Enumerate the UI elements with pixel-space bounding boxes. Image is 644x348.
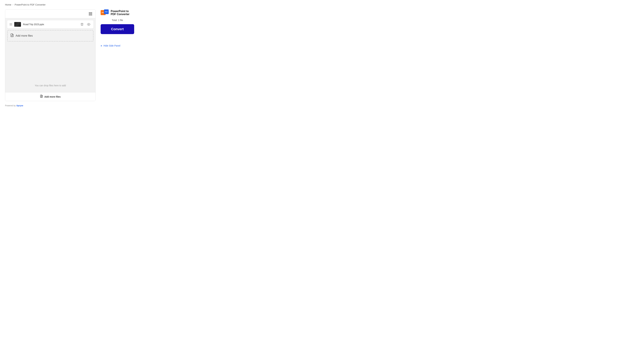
sidebar-bottom: » Hide Side Panel	[100, 44, 134, 48]
add-files-dashed-label: Add more files	[16, 34, 33, 37]
converter-header: PPT PDF PowerPoint to PDF Converter	[100, 10, 134, 16]
toolbar	[5, 10, 96, 18]
svg-point-0	[88, 24, 89, 25]
hide-side-panel-button[interactable]: » Hide Side Panel	[100, 44, 120, 48]
file-item: Road Trip 2023.pptx	[7, 20, 94, 28]
breadcrumb-separator: ›	[12, 4, 13, 6]
convert-button[interactable]: Convert	[100, 24, 134, 34]
drop-area[interactable]: You can drop files here to add	[7, 43, 94, 90]
left-panel: Road Trip 2023.pptx	[5, 10, 96, 101]
grid-view-button[interactable]	[88, 12, 93, 16]
file-thumbnail	[14, 22, 21, 27]
drag-handle[interactable]	[10, 23, 12, 25]
hide-panel-label: Hide Side Panel	[104, 44, 120, 47]
bottom-add-label: Add more files	[44, 95, 60, 98]
powered-by-text: Powered by	[5, 104, 16, 107]
file-name: Road Trip 2023.pptx	[23, 23, 80, 26]
chevrons-right-icon: »	[100, 44, 102, 47]
pdf-icon: PDF	[104, 10, 109, 14]
bottom-add-icon	[40, 95, 43, 99]
main-layout: Road Trip 2023.pptx	[5, 10, 639, 101]
breadcrumb-home[interactable]: Home	[5, 3, 11, 6]
preview-button[interactable]	[86, 22, 91, 27]
delete-button[interactable]	[80, 22, 84, 27]
add-file-icon	[10, 33, 14, 38]
breadcrumb: Home › PowerPoint to PDF Converter	[5, 3, 639, 6]
converter-title: PowerPoint to PDF Converter	[111, 10, 134, 16]
right-panel: PPT PDF PowerPoint to PDF Converter Tota…	[100, 10, 134, 48]
bottom-add-bar-button[interactable]: Add more files	[5, 92, 96, 101]
drop-hint-text: You can drop files here to add	[35, 84, 66, 87]
footer: Powered by Apryse	[5, 104, 639, 107]
trash-icon	[80, 23, 84, 26]
breadcrumb-current: PowerPoint to PDF Converter	[14, 3, 46, 6]
add-files-dashed-button[interactable]: Add more files	[7, 30, 94, 42]
sidebar-content: PPT PDF PowerPoint to PDF Converter Tota…	[100, 10, 134, 34]
total-info: Total: 1 file	[100, 19, 134, 22]
apryse-link[interactable]: Apryse	[16, 104, 23, 107]
converter-icon-stack: PPT PDF	[100, 10, 109, 16]
file-actions	[80, 22, 91, 27]
grid-icon	[89, 12, 92, 16]
eye-icon	[87, 23, 90, 26]
file-list-area: Road Trip 2023.pptx	[5, 18, 96, 92]
